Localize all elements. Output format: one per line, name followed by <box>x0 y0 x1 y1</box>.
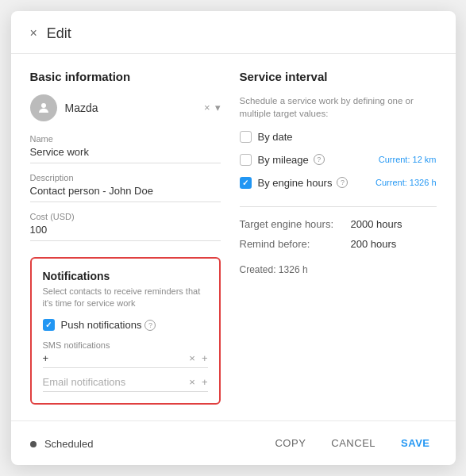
notifications-title: Notifications <box>43 270 208 282</box>
modal-title: Edit <box>47 25 71 42</box>
by-date-checkbox[interactable] <box>240 131 252 143</box>
by-mileage-label: By mileage ? <box>258 154 372 166</box>
created-row: Created: 1326 h <box>240 264 437 275</box>
mileage-current: Current: 12 km <box>379 155 437 164</box>
left-column: Basic information Mazda × ▾ Name Service… <box>30 70 221 405</box>
name-value[interactable]: Service work <box>30 146 221 163</box>
email-notifications-row: Email notifications × + <box>43 376 208 392</box>
right-column: Service interval Schedule a service work… <box>240 70 437 405</box>
push-notifications-checkbox[interactable] <box>43 319 55 331</box>
by-date-row[interactable]: By date <box>240 131 437 143</box>
by-engine-hours-label: By engine hours ? <box>258 177 370 189</box>
by-mileage-row[interactable]: By mileage ? Current: 12 km <box>240 154 437 166</box>
modal-body: Basic information Mazda × ▾ Name Service… <box>11 54 456 421</box>
by-engine-hours-checkbox[interactable] <box>240 177 252 189</box>
remind-value[interactable]: 200 hours <box>351 238 397 250</box>
sms-input[interactable] <box>43 352 183 364</box>
name-label: Name <box>30 134 221 144</box>
vehicle-dropdown-icon[interactable]: ▾ <box>215 102 221 113</box>
email-label: Email notifications <box>43 376 183 388</box>
footer-actions: COPY CANCEL SAVE <box>268 432 436 454</box>
cost-value[interactable]: 100 <box>30 224 221 241</box>
basic-info-title: Basic information <box>30 70 221 83</box>
copy-button[interactable]: COPY <box>268 432 312 454</box>
by-date-label: By date <box>258 131 437 143</box>
description-value[interactable]: Contact person - John Doe <box>30 185 221 202</box>
vehicle-avatar <box>30 94 57 121</box>
target-value[interactable]: 2000 hours <box>351 218 402 230</box>
sms-label: SMS notifications <box>43 340 208 350</box>
push-notifications-row[interactable]: Push notifications ? <box>43 319 208 331</box>
sms-notifications-row: SMS notifications × + <box>43 340 208 368</box>
target-label: Target engine hours: <box>240 218 351 230</box>
email-add-icon[interactable]: + <box>202 376 208 388</box>
vehicle-controls: × ▾ <box>204 102 221 113</box>
svg-point-0 <box>41 103 46 108</box>
close-icon[interactable]: × <box>30 26 37 40</box>
sms-clear-icon[interactable]: × <box>189 352 195 364</box>
service-interval-subtitle: Schedule a service work by defining one … <box>240 94 437 120</box>
notifications-box: Notifications Select contacts to receive… <box>30 257 221 405</box>
email-clear-icon[interactable]: × <box>189 376 195 388</box>
sms-input-row: × + <box>43 352 208 368</box>
save-button[interactable]: SAVE <box>395 432 436 454</box>
by-mileage-checkbox[interactable] <box>240 154 252 166</box>
modal-header: × Edit <box>11 11 456 54</box>
cost-label: Cost (USD) <box>30 212 221 221</box>
description-label: Description <box>30 173 221 182</box>
mileage-help-icon[interactable]: ? <box>314 154 325 165</box>
created-label: Created: 1326 h <box>240 264 308 275</box>
edit-modal: × Edit Basic information Mazda × ▾ Name … <box>11 11 456 466</box>
notifications-subtitle: Select contacts to receive reminders tha… <box>43 286 208 310</box>
service-interval-title: Service interval <box>240 70 437 83</box>
status-label: Scheduled <box>44 438 93 450</box>
cancel-button[interactable]: CANCEL <box>325 432 382 454</box>
name-field: Name Service work <box>30 134 221 163</box>
vehicle-name: Mazda <box>65 102 196 114</box>
description-field: Description Contact person - John Doe <box>30 173 221 202</box>
modal-footer: Scheduled COPY CANCEL SAVE <box>11 420 456 465</box>
status-section: Scheduled <box>30 436 94 451</box>
engine-hours-help-icon[interactable]: ? <box>337 177 348 188</box>
vehicle-clear-icon[interactable]: × <box>204 102 210 113</box>
sms-add-icon[interactable]: + <box>202 352 208 364</box>
engine-hours-current: Current: 1326 h <box>375 178 436 187</box>
cost-field: Cost (USD) 100 <box>30 212 221 241</box>
vehicle-row: Mazda × ▾ <box>30 94 221 121</box>
remind-label: Remind before: <box>240 238 351 250</box>
target-engine-hours-row: Target engine hours: 2000 hours <box>240 218 437 230</box>
push-notifications-label: Push notifications ? <box>61 319 156 331</box>
by-engine-hours-row[interactable]: By engine hours ? Current: 1326 h <box>240 177 437 189</box>
push-help-icon[interactable]: ? <box>144 320 156 331</box>
remind-before-row: Remind before: 200 hours <box>240 238 437 250</box>
status-dot <box>30 441 37 447</box>
divider <box>240 206 437 207</box>
